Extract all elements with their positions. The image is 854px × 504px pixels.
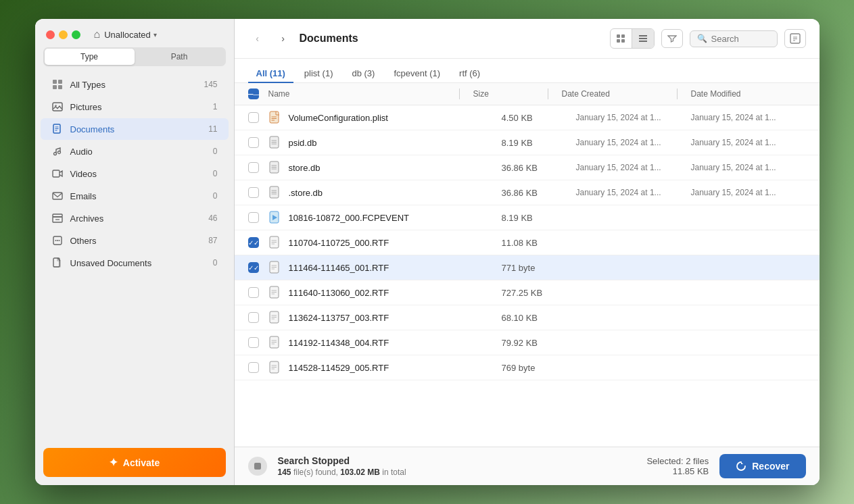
row-checkbox[interactable]: [248, 362, 259, 373]
file-icon-rtf: [268, 286, 282, 299]
divider-2: [548, 89, 548, 99]
row-checkbox-col: [248, 187, 268, 198]
activate-button[interactable]: ✦ Activate: [43, 448, 226, 477]
row-checkbox[interactable]: [248, 287, 259, 298]
row-checkbox[interactable]: [248, 337, 259, 348]
row-checkbox[interactable]: [248, 212, 259, 223]
maximize-button[interactable]: [72, 30, 80, 39]
back-button[interactable]: ‹: [248, 29, 267, 48]
sidebar-item-count-unsaved: 0: [213, 258, 218, 268]
info-icon: [790, 33, 801, 44]
filter-button[interactable]: [661, 29, 683, 48]
drive-selector[interactable]: Unallocated ▾: [104, 30, 157, 40]
sidebar-item-count-others: 87: [208, 236, 217, 245]
table-row[interactable]: 10816-10872_000.FCPEVENT 8.19 KB: [235, 205, 820, 230]
svg-rect-13: [53, 193, 62, 199]
file-type-tabs: All (11) plist (1) db (3) fcpevent (1) r…: [235, 59, 820, 83]
forward-button[interactable]: ›: [274, 29, 293, 48]
sidebar-item-unsaved[interactable]: Unsaved Documents 0: [41, 252, 229, 274]
sidebar-item-count-all-types: 145: [204, 80, 217, 89]
tab-plist[interactable]: plist (1): [296, 64, 341, 82]
sidebar-item-archives[interactable]: Archives 46: [41, 207, 229, 229]
audio-icon: [51, 145, 64, 157]
emails-icon: [51, 190, 64, 202]
row-checkbox[interactable]: [248, 137, 259, 148]
chevron-down-icon: ▾: [153, 31, 157, 39]
sidebar-item-all-types[interactable]: All Types 145: [41, 74, 229, 95]
sidebar-item-emails[interactable]: Emails 0: [41, 185, 229, 207]
tab-path-button[interactable]: Path: [135, 49, 224, 65]
view-type-switcher: Type Path: [43, 47, 226, 66]
sidebar-footer: ✦ Activate: [35, 440, 234, 485]
svg-rect-3: [58, 85, 62, 89]
file-date-created: January 15, 2024 at 1...: [576, 113, 691, 122]
info-button[interactable]: [784, 29, 806, 48]
table-row[interactable]: 114528-114529_005.RTF 769 byte: [235, 355, 820, 380]
sidebar-item-pictures[interactable]: Pictures 1: [41, 96, 229, 118]
sidebar-item-label-videos: Videos: [70, 169, 213, 179]
file-size: 4.50 KB: [502, 113, 576, 123]
table-row[interactable]: ✓ 111464-111465_001.RTF 771 byte: [235, 255, 820, 280]
close-button[interactable]: [46, 30, 55, 39]
sidebar-item-count-videos: 0: [213, 169, 218, 178]
minimize-button[interactable]: [59, 30, 68, 39]
table-row[interactable]: VolumeConfiguration.plist 4.50 KB Januar…: [235, 105, 820, 130]
archives-icon: [51, 212, 64, 224]
file-size: 36.86 KB: [502, 188, 576, 198]
table-row[interactable]: 113624-113757_003.RTF 68.10 KB: [235, 305, 820, 330]
col-date-modified-header: Date Modified: [691, 89, 806, 99]
table-row[interactable]: .store.db 36.86 KB January 15, 2024 at 1…: [235, 180, 820, 205]
file-table: — Name Size Date Created Date Modified: [235, 83, 820, 447]
file-icon-plist: [268, 111, 282, 124]
pictures-icon: [51, 101, 64, 113]
tab-rtf[interactable]: rtf (6): [451, 64, 488, 82]
tab-fcpevent[interactable]: fcpevent (1): [385, 64, 448, 82]
status-text: Search Stopped 145 file(s) found, 103.02…: [278, 455, 636, 477]
file-name: .store.db: [289, 188, 502, 198]
row-checkbox-col: [248, 287, 268, 298]
file-size: 771 byte: [502, 263, 576, 273]
main-header: ‹ › Documents: [235, 19, 820, 59]
sidebar-item-videos[interactable]: Videos 0: [41, 163, 229, 184]
file-name: psid.db: [289, 138, 502, 148]
list-view-button[interactable]: [632, 29, 654, 48]
row-checkbox[interactable]: [248, 312, 259, 323]
row-checkbox[interactable]: ✓: [248, 237, 259, 248]
sidebar-item-others[interactable]: Others 87: [41, 230, 229, 251]
file-icon-db: [268, 186, 282, 199]
activate-label: Activate: [123, 457, 160, 468]
grid-icon: [616, 34, 625, 43]
row-checkbox[interactable]: [248, 162, 259, 173]
table-row[interactable]: psid.db 8.19 KB January 15, 2024 at 1...…: [235, 130, 820, 155]
search-input[interactable]: [711, 34, 770, 44]
file-name: VolumeConfiguration.plist: [289, 113, 502, 123]
row-checkbox[interactable]: ✓: [248, 262, 259, 273]
select-all-checkbox[interactable]: —: [248, 89, 259, 99]
sidebar-items: All Types 145 Pictures 1: [35, 73, 234, 440]
row-checkbox-col: [248, 137, 268, 148]
status-bar: Search Stopped 145 file(s) found, 103.02…: [235, 447, 820, 485]
file-name: 10816-10872_000.FCPEVENT: [289, 213, 502, 223]
file-date-created: January 15, 2024 at 1...: [576, 188, 691, 197]
file-name: 111464-111465_001.RTF: [289, 263, 502, 273]
table-row[interactable]: ✓ 110704-110725_000.RTF 11.08 KB: [235, 230, 820, 255]
filter-icon: [667, 34, 677, 43]
table-row[interactable]: 111640-113060_002.RTF 727.25 KB: [235, 280, 820, 305]
svg-point-11: [57, 151, 60, 154]
sidebar-item-documents[interactable]: Documents 11: [41, 118, 229, 140]
row-checkbox[interactable]: [248, 187, 259, 198]
svg-rect-12: [53, 170, 60, 177]
svg-rect-24: [617, 39, 620, 43]
sidebar-item-count-archives: 46: [208, 213, 217, 223]
row-checkbox[interactable]: [248, 112, 259, 123]
table-row[interactable]: 114192-114348_004.RTF 79.92 KB: [235, 330, 820, 355]
table-row[interactable]: store.db 36.86 KB January 15, 2024 at 1.…: [235, 155, 820, 180]
sidebar-item-audio[interactable]: Audio 0: [41, 141, 229, 162]
recover-button[interactable]: Recover: [719, 454, 805, 478]
tab-db[interactable]: db (3): [343, 64, 383, 82]
grid-view-button[interactable]: [611, 29, 632, 48]
others-icon: [51, 234, 64, 247]
tab-type-button[interactable]: Type: [45, 49, 135, 65]
tab-all[interactable]: All (11): [248, 64, 293, 82]
files-label: file(s) found,: [293, 468, 340, 477]
